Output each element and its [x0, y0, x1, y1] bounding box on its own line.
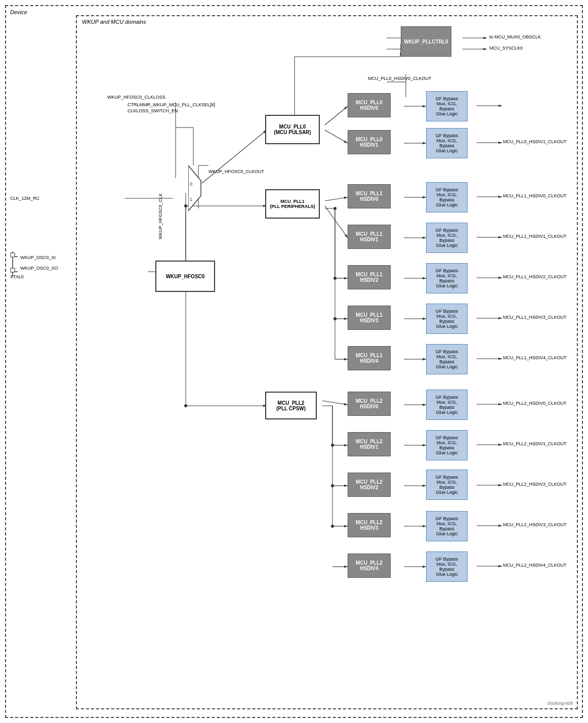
- hsdiv0-pll2-block: MCU_PLL2HSDIV0: [348, 392, 391, 416]
- hsdiv4-pll2-block: MCU_PLL2HSDIV4: [348, 554, 391, 578]
- svg-line-25: [325, 197, 348, 201]
- svg-point-72: [331, 444, 334, 447]
- out-pll0-hsdiv0: MCU_PLL0_HSDIV1_CLKOUT: [503, 139, 567, 144]
- mcu-pll2-block: MCU_PLL2(PLL CPSW): [265, 392, 317, 419]
- out-pll2-hsdiv3: MCU_PLL2_HSDIV3_CLKOUT: [503, 522, 567, 527]
- svg-point-70: [333, 277, 337, 280]
- gf3-pll1-block: GF BypassMux, ICG,BypassGlue Logic: [426, 304, 468, 334]
- hsdiv0-pll0-block: MCU_PLL0HSDIV0: [348, 93, 391, 117]
- svg-point-73: [331, 484, 334, 487]
- svg-point-74: [331, 525, 334, 528]
- wkup-osc0-xo-label: WKUP_OSC0_XO: [20, 266, 58, 271]
- out-pll2-hsdiv2: MCU_PLL2_HSDIV3_CLKOUT: [503, 482, 567, 487]
- out-pll1-hsdiv3: MCU_PLL1_HSDIV3_CLKOUT: [503, 315, 567, 320]
- svg-point-71: [333, 317, 337, 320]
- hsdiv1-pll2-block: MCU_PLL2HSDIV1: [348, 432, 391, 456]
- gf4-pll1-block: GF BypassMux, ICG,BypassGlue Logic: [426, 344, 468, 374]
- svg-point-69: [333, 207, 337, 210]
- osc-symbols: [10, 249, 23, 279]
- wkup-hfosc0-clkloss-label: WKUP_HFOSC0_CLKLOSS: [107, 95, 165, 100]
- svg-text:1: 1: [190, 197, 192, 202]
- hsdiv1-pll1-block: MCU_PLL1HSDIV1: [348, 225, 391, 249]
- out-pll2-hsdiv1: MCU_PLL2_HSDIV1_CLKOUT: [503, 441, 567, 446]
- outer-device-border: Device WKUP and MCU domains: [5, 5, 583, 718]
- gf3-pll2-block: GF BypassMux, ICG,BypassGlue Logic: [426, 511, 468, 541]
- svg-line-16: [325, 106, 348, 125]
- mcu-pll1-block: MCU_PLL1(PLL PERIPHERALS): [265, 189, 320, 219]
- mcu-pll0-hsdiv0-clkout-top-label: MCU_PLL0_HSDIV0_CLKOUT: [368, 76, 432, 81]
- gf2-pll1-block: GF BypassMux, ICG,BypassGlue Logic: [426, 263, 468, 293]
- wkup-hfosc0-block: WKUP_HFOSC0: [155, 261, 215, 292]
- to-mcu-mux0-label: to MCU_MUX0_OBSCLK: [489, 34, 541, 39]
- gf1-pll2-block: GF BypassMux, ICG,BypassGlue Logic: [426, 430, 468, 460]
- hsdiv4-pll1-block: MCU_PLL1HSDIV4: [348, 346, 391, 370]
- mux-symbol: 0 1: [188, 165, 203, 211]
- ctrlmmr-label: CTRLMMR_WKUP_MCU_PLL_CLKSEL[8]: [128, 102, 215, 107]
- svg-line-11: [202, 130, 267, 183]
- svg-point-68: [184, 404, 187, 407]
- svg-line-26: [325, 206, 348, 238]
- hsdiv1-pll0-block: MCU_PLL0HSDIV1: [348, 130, 391, 154]
- out-pll2-hsdiv0: MCU_PLL2_HSDIV0_CLKOUT: [503, 401, 567, 406]
- gf2-pll2-block: GF BypassMux, ICG,BypassGlue Logic: [426, 470, 468, 500]
- svg-marker-75: [188, 165, 201, 211]
- gf1-pll0-block: GF BypassMux, ICG,BypassGlue Logic: [426, 128, 468, 158]
- hsdiv0-pll1-block: MCU_PLL1HSDIV0: [348, 184, 391, 208]
- wkup-hfosc0-clk-label: WKUP_HFGSC0_CLK: [158, 193, 163, 239]
- svg-line-17: [325, 130, 348, 143]
- device-label: Device: [10, 9, 27, 15]
- svg-line-43: [322, 401, 348, 405]
- clkloss-switch-label: CLKLOSS_SWITCH_EN: [128, 108, 178, 113]
- gf0-pll1-block: GF BypassMux, ICG,BypassGlue Logic: [426, 182, 468, 212]
- hsdiv2-pll2-block: MCU_PLL2HSDIV2: [348, 473, 391, 497]
- wkup-hfosc0-clkout-label: WKUP_HFOSC0_CLKOUT: [208, 169, 264, 174]
- gf4-pll2-block: GF BypassMux, ICG,BypassGlue Logic: [426, 551, 468, 582]
- wkup-osc0-xi-label: WKUP_OSC0_XI: [20, 255, 56, 260]
- out-pll1-hsdiv2: MCU_PLL1_HSDIV2_CLKOUT: [503, 274, 567, 279]
- hsdiv3-pll2-block: MCU_PLL2HSDIV3: [348, 513, 391, 537]
- hsdiv3-pll1-block: MCU_PLL1HSDIV3: [348, 306, 391, 330]
- domain-border: WKUP and MCU domains: [76, 15, 578, 709]
- svg-text:0: 0: [190, 182, 192, 187]
- hsdiv2-pll1-block: MCU_PLL1HSDIV2: [348, 265, 391, 289]
- svg-rect-82: [11, 268, 15, 272]
- gf0-pll2-block: GF BypassMux, ICG,BypassGlue Logic: [426, 390, 468, 420]
- out-pll2-hsdiv4: MCU_PLL2_HSDIV4_CLKOUT: [503, 563, 567, 568]
- wkup-pllctrl0-block: WKUP_PLLCTRL0: [401, 26, 451, 57]
- mcu-sysclk0-label: MCU_SYSCLK0: [489, 46, 523, 51]
- out-pll1-hsdiv1: MCU_PLL1_HSDIV1_CLKOUT: [503, 234, 567, 239]
- gf0-pll0-block: GF BypassMux, ICG,BypassGlue Logic: [426, 91, 468, 121]
- clk-12m-rc-label: CLK_12M_RC: [10, 196, 39, 201]
- watermark: clocking-008: [547, 701, 573, 706]
- svg-point-66: [184, 204, 187, 207]
- out-pll1-hsdiv4: MCU_PLL1_HSDIV4_CLKOUT: [503, 355, 567, 360]
- out-pll1-hsdiv0: MCU_PLL1_HSDIV0_CLKOUT: [503, 193, 567, 198]
- svg-rect-81: [11, 253, 15, 257]
- diagram-svg: [77, 16, 577, 708]
- mcu-pll0-block: MCU_PLL0(MCU PULSAR): [265, 115, 320, 144]
- gf1-pll1-block: GF BypassMux, ICG,BypassGlue Logic: [426, 223, 468, 253]
